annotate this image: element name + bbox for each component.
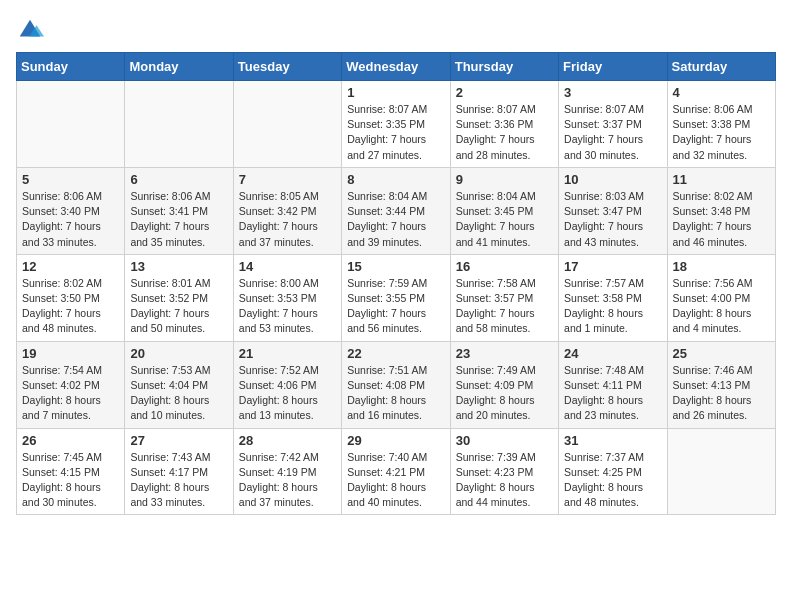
- day-number: 29: [347, 433, 444, 448]
- calendar-week-row: 26Sunrise: 7:45 AM Sunset: 4:15 PM Dayli…: [17, 428, 776, 515]
- weekday-header-row: SundayMondayTuesdayWednesdayThursdayFrid…: [17, 53, 776, 81]
- day-number: 1: [347, 85, 444, 100]
- calendar-cell: 19Sunrise: 7:54 AM Sunset: 4:02 PM Dayli…: [17, 341, 125, 428]
- day-info: Sunrise: 8:01 AM Sunset: 3:52 PM Dayligh…: [130, 276, 227, 337]
- calendar-cell: 28Sunrise: 7:42 AM Sunset: 4:19 PM Dayli…: [233, 428, 341, 515]
- weekday-header: Saturday: [667, 53, 775, 81]
- calendar-cell: 29Sunrise: 7:40 AM Sunset: 4:21 PM Dayli…: [342, 428, 450, 515]
- calendar-cell: 10Sunrise: 8:03 AM Sunset: 3:47 PM Dayli…: [559, 167, 667, 254]
- day-info: Sunrise: 7:39 AM Sunset: 4:23 PM Dayligh…: [456, 450, 553, 511]
- logo-icon: [16, 16, 44, 44]
- day-info: Sunrise: 8:07 AM Sunset: 3:35 PM Dayligh…: [347, 102, 444, 163]
- day-info: Sunrise: 8:06 AM Sunset: 3:40 PM Dayligh…: [22, 189, 119, 250]
- day-info: Sunrise: 7:48 AM Sunset: 4:11 PM Dayligh…: [564, 363, 661, 424]
- calendar-cell: 2Sunrise: 8:07 AM Sunset: 3:36 PM Daylig…: [450, 81, 558, 168]
- calendar-cell: 7Sunrise: 8:05 AM Sunset: 3:42 PM Daylig…: [233, 167, 341, 254]
- day-info: Sunrise: 7:56 AM Sunset: 4:00 PM Dayligh…: [673, 276, 770, 337]
- calendar-cell: 22Sunrise: 7:51 AM Sunset: 4:08 PM Dayli…: [342, 341, 450, 428]
- day-number: 20: [130, 346, 227, 361]
- calendar-cell: [125, 81, 233, 168]
- day-info: Sunrise: 8:07 AM Sunset: 3:37 PM Dayligh…: [564, 102, 661, 163]
- day-number: 11: [673, 172, 770, 187]
- day-info: Sunrise: 8:03 AM Sunset: 3:47 PM Dayligh…: [564, 189, 661, 250]
- calendar-cell: 17Sunrise: 7:57 AM Sunset: 3:58 PM Dayli…: [559, 254, 667, 341]
- day-info: Sunrise: 7:52 AM Sunset: 4:06 PM Dayligh…: [239, 363, 336, 424]
- weekday-header: Sunday: [17, 53, 125, 81]
- day-info: Sunrise: 8:04 AM Sunset: 3:44 PM Dayligh…: [347, 189, 444, 250]
- day-number: 22: [347, 346, 444, 361]
- day-number: 30: [456, 433, 553, 448]
- day-info: Sunrise: 7:49 AM Sunset: 4:09 PM Dayligh…: [456, 363, 553, 424]
- day-info: Sunrise: 7:57 AM Sunset: 3:58 PM Dayligh…: [564, 276, 661, 337]
- calendar-cell: 26Sunrise: 7:45 AM Sunset: 4:15 PM Dayli…: [17, 428, 125, 515]
- day-number: 8: [347, 172, 444, 187]
- calendar-cell: [667, 428, 775, 515]
- day-info: Sunrise: 8:02 AM Sunset: 3:50 PM Dayligh…: [22, 276, 119, 337]
- calendar-week-row: 5Sunrise: 8:06 AM Sunset: 3:40 PM Daylig…: [17, 167, 776, 254]
- day-info: Sunrise: 7:46 AM Sunset: 4:13 PM Dayligh…: [673, 363, 770, 424]
- calendar-cell: 25Sunrise: 7:46 AM Sunset: 4:13 PM Dayli…: [667, 341, 775, 428]
- calendar-cell: 23Sunrise: 7:49 AM Sunset: 4:09 PM Dayli…: [450, 341, 558, 428]
- day-number: 10: [564, 172, 661, 187]
- weekday-header: Wednesday: [342, 53, 450, 81]
- day-number: 23: [456, 346, 553, 361]
- calendar-cell: 6Sunrise: 8:06 AM Sunset: 3:41 PM Daylig…: [125, 167, 233, 254]
- calendar-cell: 21Sunrise: 7:52 AM Sunset: 4:06 PM Dayli…: [233, 341, 341, 428]
- day-info: Sunrise: 7:42 AM Sunset: 4:19 PM Dayligh…: [239, 450, 336, 511]
- day-number: 17: [564, 259, 661, 274]
- calendar-week-row: 19Sunrise: 7:54 AM Sunset: 4:02 PM Dayli…: [17, 341, 776, 428]
- day-info: Sunrise: 7:54 AM Sunset: 4:02 PM Dayligh…: [22, 363, 119, 424]
- day-number: 12: [22, 259, 119, 274]
- day-info: Sunrise: 8:06 AM Sunset: 3:38 PM Dayligh…: [673, 102, 770, 163]
- day-info: Sunrise: 7:37 AM Sunset: 4:25 PM Dayligh…: [564, 450, 661, 511]
- day-number: 28: [239, 433, 336, 448]
- calendar-cell: 12Sunrise: 8:02 AM Sunset: 3:50 PM Dayli…: [17, 254, 125, 341]
- day-info: Sunrise: 7:53 AM Sunset: 4:04 PM Dayligh…: [130, 363, 227, 424]
- day-number: 19: [22, 346, 119, 361]
- calendar-cell: 30Sunrise: 7:39 AM Sunset: 4:23 PM Dayli…: [450, 428, 558, 515]
- day-number: 6: [130, 172, 227, 187]
- day-number: 7: [239, 172, 336, 187]
- day-info: Sunrise: 8:07 AM Sunset: 3:36 PM Dayligh…: [456, 102, 553, 163]
- day-number: 21: [239, 346, 336, 361]
- day-info: Sunrise: 8:05 AM Sunset: 3:42 PM Dayligh…: [239, 189, 336, 250]
- day-number: 26: [22, 433, 119, 448]
- calendar-table: SundayMondayTuesdayWednesdayThursdayFrid…: [16, 52, 776, 515]
- calendar-cell: 4Sunrise: 8:06 AM Sunset: 3:38 PM Daylig…: [667, 81, 775, 168]
- calendar-cell: 9Sunrise: 8:04 AM Sunset: 3:45 PM Daylig…: [450, 167, 558, 254]
- calendar-cell: 3Sunrise: 8:07 AM Sunset: 3:37 PM Daylig…: [559, 81, 667, 168]
- day-info: Sunrise: 7:43 AM Sunset: 4:17 PM Dayligh…: [130, 450, 227, 511]
- day-number: 14: [239, 259, 336, 274]
- day-info: Sunrise: 8:06 AM Sunset: 3:41 PM Dayligh…: [130, 189, 227, 250]
- calendar-cell: 18Sunrise: 7:56 AM Sunset: 4:00 PM Dayli…: [667, 254, 775, 341]
- calendar-cell: 24Sunrise: 7:48 AM Sunset: 4:11 PM Dayli…: [559, 341, 667, 428]
- calendar-cell: 31Sunrise: 7:37 AM Sunset: 4:25 PM Dayli…: [559, 428, 667, 515]
- day-info: Sunrise: 8:02 AM Sunset: 3:48 PM Dayligh…: [673, 189, 770, 250]
- calendar-cell: 20Sunrise: 7:53 AM Sunset: 4:04 PM Dayli…: [125, 341, 233, 428]
- calendar-cell: 1Sunrise: 8:07 AM Sunset: 3:35 PM Daylig…: [342, 81, 450, 168]
- calendar-week-row: 1Sunrise: 8:07 AM Sunset: 3:35 PM Daylig…: [17, 81, 776, 168]
- day-info: Sunrise: 7:40 AM Sunset: 4:21 PM Dayligh…: [347, 450, 444, 511]
- day-info: Sunrise: 7:45 AM Sunset: 4:15 PM Dayligh…: [22, 450, 119, 511]
- weekday-header: Monday: [125, 53, 233, 81]
- day-number: 13: [130, 259, 227, 274]
- weekday-header: Thursday: [450, 53, 558, 81]
- day-number: 9: [456, 172, 553, 187]
- day-info: Sunrise: 7:59 AM Sunset: 3:55 PM Dayligh…: [347, 276, 444, 337]
- day-info: Sunrise: 8:04 AM Sunset: 3:45 PM Dayligh…: [456, 189, 553, 250]
- logo: [16, 16, 44, 44]
- weekday-header: Friday: [559, 53, 667, 81]
- day-info: Sunrise: 7:58 AM Sunset: 3:57 PM Dayligh…: [456, 276, 553, 337]
- calendar-cell: 8Sunrise: 8:04 AM Sunset: 3:44 PM Daylig…: [342, 167, 450, 254]
- page-header: [16, 16, 776, 44]
- day-number: 2: [456, 85, 553, 100]
- day-number: 31: [564, 433, 661, 448]
- day-number: 16: [456, 259, 553, 274]
- weekday-header: Tuesday: [233, 53, 341, 81]
- day-info: Sunrise: 7:51 AM Sunset: 4:08 PM Dayligh…: [347, 363, 444, 424]
- day-number: 5: [22, 172, 119, 187]
- calendar-cell: 14Sunrise: 8:00 AM Sunset: 3:53 PM Dayli…: [233, 254, 341, 341]
- day-number: 18: [673, 259, 770, 274]
- day-info: Sunrise: 8:00 AM Sunset: 3:53 PM Dayligh…: [239, 276, 336, 337]
- calendar-cell: 15Sunrise: 7:59 AM Sunset: 3:55 PM Dayli…: [342, 254, 450, 341]
